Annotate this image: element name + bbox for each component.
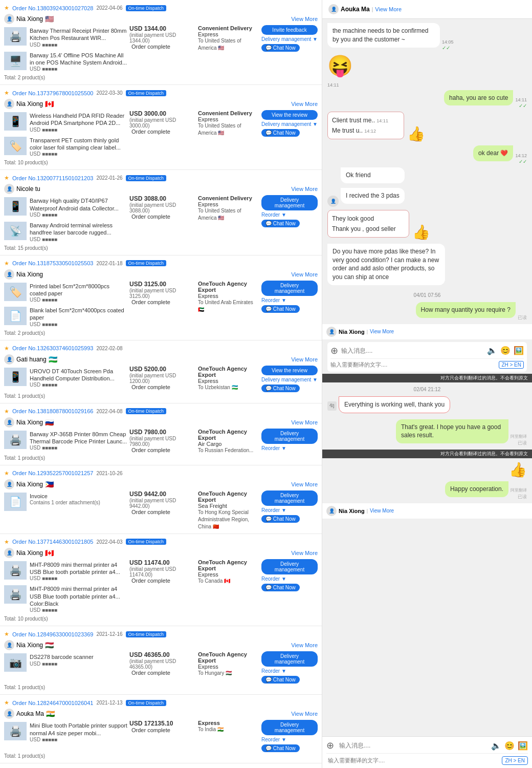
voice-btn-2[interactable]: 🔈: [491, 741, 501, 751]
item-name-8a: MHT-P8009 mini thermal printer a4 USB Bl…: [30, 561, 127, 576]
dest-7: To Hong Kong Special Administrative Regi…: [198, 509, 259, 530]
chat-btn-8[interactable]: 💬 Chat Now: [261, 584, 300, 591]
action-col-7: Delivery management Reorder ▼ 💬 Chat Now: [261, 490, 318, 523]
lang-toggle-2[interactable]: ZH > EN: [502, 756, 528, 765]
action-col-5: View the review Delivery management ▼ 💬 …: [261, 366, 318, 392]
delivery-btn-9[interactable]: Delivery management: [261, 651, 318, 667]
plus-btn-1[interactable]: ⊕: [330, 345, 338, 356]
thumbsup-right-row: 👍: [327, 461, 527, 478]
total-price-1: USD 1344.00: [129, 25, 196, 32]
nia-view-more-1[interactable]: View More: [370, 329, 394, 334]
dest-3: To United States of America 🇺🇸: [198, 207, 259, 222]
reorder-btn-10[interactable]: Reorder ▼: [261, 737, 286, 742]
order-header-1: ★ Order No.138039243001027028 2022-04-06…: [4, 3, 318, 13]
view-review-btn-5[interactable]: View the review: [261, 366, 318, 375]
item-name-5a: UROVO DT 40Touch Screen Pda Handheld Com…: [30, 368, 127, 382]
reorder-btn-9[interactable]: Reorder ▼: [261, 668, 286, 674]
chat-view-more-aouka[interactable]: View More: [375, 6, 402, 12]
chat-btn-7[interactable]: 💬 Chat Now: [261, 515, 300, 523]
flag-10: 🇮🇳: [46, 710, 55, 718]
msg-row-ok-friend: 👤 Ok friend I recived the 3 pdas: [327, 167, 527, 207]
seller-row-7: 👤 Nia Xiong 🇵🇭 View More: [4, 478, 318, 490]
price-col-5: USD 5200.00 (initial payment USD 1200.00…: [129, 366, 196, 390]
msg-time-3: 14:12: [515, 153, 527, 158]
invite-feedback-btn-1[interactable]: Invite feedback: [261, 25, 318, 35]
reorder-btn-7[interactable]: Reorder ▼: [261, 507, 286, 513]
delivery-btn-6[interactable]: Delivery management: [261, 429, 318, 444]
item-price-8b: USD ■■■■■: [30, 607, 127, 613]
order-header-7: ★ Order No.129352257001021257 2021-10-26: [4, 468, 318, 478]
shipping-type-2: Express: [198, 116, 259, 122]
view-more-3[interactable]: View More: [291, 186, 318, 192]
chat-btn-5[interactable]: 💬 Chat Now: [261, 385, 300, 392]
chat-btn-4[interactable]: 💬 Chat Now: [261, 305, 300, 313]
chat-input-main-2[interactable]: [337, 740, 488, 751]
delivery-btn-3[interactable]: Delivery management: [261, 195, 318, 210]
reorder-btn-4[interactable]: Reorder ▼: [261, 297, 286, 303]
plus-btn-2[interactable]: ⊕: [326, 740, 334, 751]
delivery-mgmt-5[interactable]: Delivery management ▼: [261, 377, 318, 382]
seller-row-4: 👤 Nia Xiong View More: [4, 268, 318, 281]
msg-para: Do you have more pdas like these? In ver…: [327, 244, 445, 285]
delivery-type-5: OneTouch Agency Export: [198, 366, 259, 378]
image-btn-1[interactable]: 🖼️: [514, 346, 524, 355]
price-col-9: USD 46365.00 (initial payment USD 46365.…: [129, 651, 196, 676]
chat-input-1[interactable]: [341, 347, 484, 354]
view-more-4[interactable]: View More: [291, 271, 318, 278]
shipping-type-7: Sea Freight: [198, 503, 259, 509]
delivery-type-2: Convenient Delivery: [198, 110, 259, 116]
init-payment-2: (initial payment USD 3000.00): [129, 117, 196, 129]
voice-btn-1[interactable]: 🔈: [487, 346, 497, 355]
delivery-btn-7[interactable]: Delivery management: [261, 490, 318, 506]
view-more-10[interactable]: View More: [291, 711, 318, 717]
dest-4: To United Arab Emirates 🇦🇪: [198, 299, 259, 313]
seller-name-9: Nia Xiong: [16, 642, 43, 649]
msg-check-3: ✓✓: [519, 159, 527, 164]
nia-view-more-2[interactable]: View More: [370, 508, 394, 514]
view-more-7[interactable]: View More: [291, 481, 318, 487]
order-item-5a: 📱 UROVO DT 40Touch Screen Pda Handheld C…: [4, 366, 127, 390]
seller-row-3: 👤 Nicole tu View More: [4, 183, 318, 195]
reorder-btn-6[interactable]: Reorder ▼: [261, 445, 286, 451]
msg-great: That's great. I hope you have a good sal…: [396, 419, 508, 444]
chat-btn-9[interactable]: 💬 Chat Now: [261, 676, 300, 684]
total-price-8: USD 11474.00: [129, 559, 196, 566]
item-img-8a: 🖨️: [4, 561, 27, 580]
view-more-1[interactable]: View More: [291, 16, 318, 22]
chat-btn-3[interactable]: 💬 Chat Now: [261, 220, 300, 227]
delivery-btn-4[interactable]: Delivery management: [261, 281, 318, 296]
msg-check-2: ✓✓: [519, 103, 527, 109]
order-group-4: ★ Order No.131875330501025503 2022-01-18…: [0, 255, 322, 340]
translate-input-2[interactable]: [326, 756, 499, 765]
emoji-btn-2[interactable]: 😊: [504, 741, 515, 751]
chat-btn-2[interactable]: 💬 Chat Now: [261, 129, 300, 137]
view-more-6[interactable]: View More: [291, 419, 318, 425]
total-price-4: USD 3125.00: [129, 281, 196, 288]
reorder-btn-3[interactable]: Reorder ▼: [261, 212, 286, 218]
delivery-btn-10[interactable]: Delivery management: [261, 720, 318, 735]
lang-toggle-1[interactable]: ZH > EN: [499, 361, 524, 369]
order-item-1a: 🖨️ Barway Thermal Receipt Printer 80mm K…: [4, 25, 127, 50]
boxed-msg-2b: Thank you , good seller: [332, 224, 405, 234]
item-img-6a: 🖨️: [4, 431, 27, 449]
view-more-9[interactable]: View More: [291, 642, 318, 648]
view-review-btn-2[interactable]: View the review: [261, 110, 318, 120]
view-more-5[interactable]: View More: [291, 356, 318, 362]
delivery-btn-8[interactable]: Delivery management: [261, 559, 318, 574]
order-status-6: Order complete: [131, 447, 196, 453]
order-id-9: Order No.128496330001023369: [12, 631, 93, 637]
view-more-2[interactable]: View More: [291, 101, 318, 107]
order-item-8a: 🖨️ MHT-P8009 mini thermal printer a4 USB…: [4, 559, 127, 584]
order-header-2: ★ Order No.137379678001025500 2022-03-30…: [4, 88, 318, 98]
chat-btn-10[interactable]: 💬 Chat Now: [261, 744, 300, 752]
delivery-mgmt-1[interactable]: Delivery management ▼: [261, 36, 318, 42]
seller-row-8: 👤 Nia Xiong 🇨🇦 View More: [4, 547, 318, 559]
chat-btn-1[interactable]: 💬 Chat Now: [261, 44, 300, 52]
order-header-5: ★ Order No.132630374601025993 2022-02-08: [4, 344, 318, 353]
reorder-btn-8[interactable]: Reorder ▼: [261, 576, 286, 582]
image-btn-2[interactable]: 🖼️: [518, 741, 528, 751]
emoji-btn-1[interactable]: 😊: [500, 346, 511, 355]
view-more-8[interactable]: View More: [291, 550, 318, 556]
translate-input-1[interactable]: [330, 361, 496, 368]
delivery-mgmt-2[interactable]: Delivery management ▼: [261, 121, 318, 127]
